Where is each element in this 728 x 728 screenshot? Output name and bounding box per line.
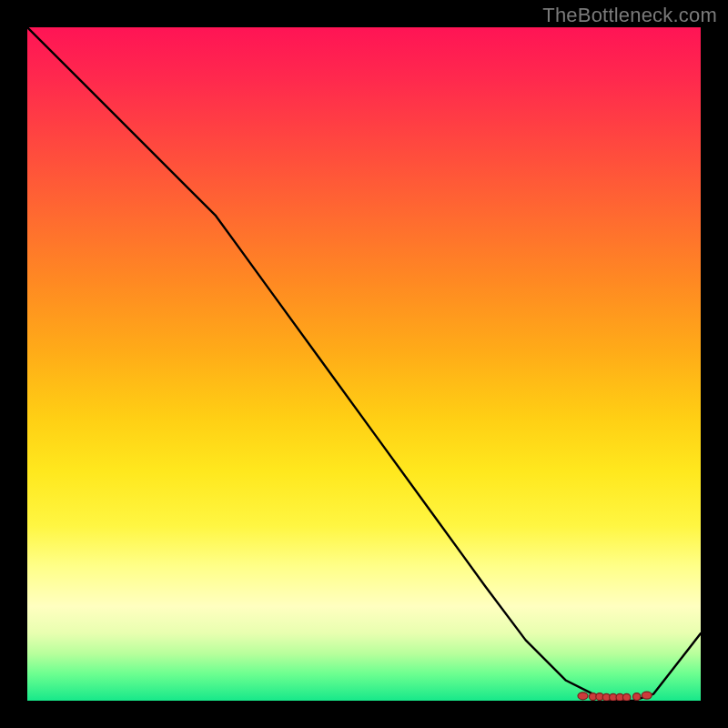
chart-plot-area (27, 27, 701, 701)
chart-dot (633, 693, 641, 701)
watermark-text: TheBottleneck.com (542, 4, 717, 27)
chart-line (27, 27, 701, 701)
chart-dot (622, 693, 630, 701)
chart-dot (578, 693, 588, 700)
chart-svg (27, 27, 701, 701)
chart-dot (642, 692, 652, 699)
